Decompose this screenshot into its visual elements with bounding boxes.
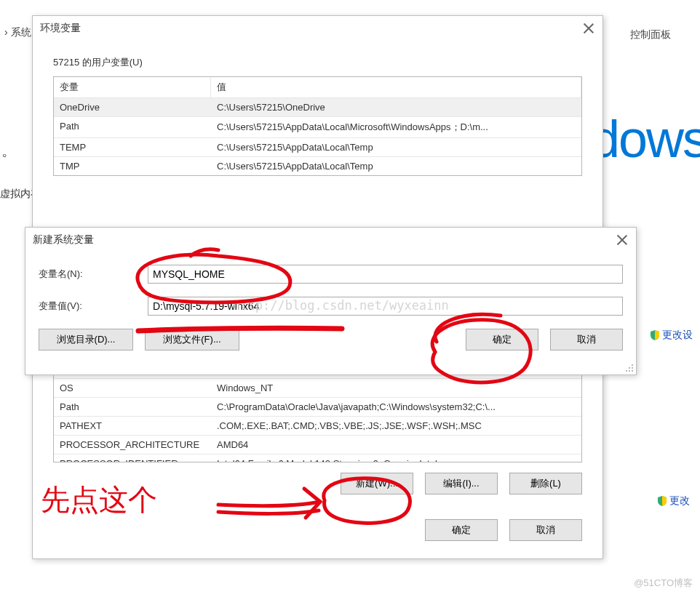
col-header-value[interactable]: 值 [211, 77, 581, 97]
col-header-name[interactable]: 变量 [54, 77, 211, 97]
table-row[interactable]: PATHEXT .COM;.EXE;.BAT;.CMD;.VBS;.VBE;.J… [54, 417, 581, 436]
cancel-button[interactable]: 取消 [509, 519, 582, 541]
browse-dir-button[interactable]: 浏览目录(D)... [39, 329, 133, 350]
var-name-label: 变量名(N): [39, 268, 148, 281]
table-header: 变量 值 [54, 77, 581, 98]
shield-icon [649, 329, 661, 341]
svg-rect-0 [632, 364, 633, 366]
change-settings-link-1[interactable]: 更改设 [649, 329, 693, 342]
svg-rect-3 [626, 370, 627, 372]
ok-button[interactable]: 确定 [466, 329, 538, 350]
table-row[interactable]: OS Windows_NT [54, 379, 581, 398]
new-system-var-dialog: 新建系统变量 变量名(N): 变量值(V): 浏览目录(D)... 浏览文件(F… [25, 227, 637, 375]
dialog-title-text: 环境变量 [40, 22, 81, 35]
svg-rect-1 [629, 367, 630, 369]
user-vars-table[interactable]: 变量 值 OneDrive C:\Users\57215\OneDrive Pa… [53, 76, 582, 176]
resize-grip-icon[interactable] [624, 363, 635, 373]
breadcrumb: › 系统 [4, 26, 31, 39]
user-vars-label: 57215 的用户变量(U) [33, 40, 602, 76]
table-row[interactable]: OneDrive C:\Users\57215\OneDrive [54, 98, 581, 117]
link-text: 更改设 [662, 329, 693, 342]
svg-rect-2 [632, 367, 633, 369]
table-row[interactable]: TMP C:\Users\57215\AppData\Local\Temp [54, 157, 581, 175]
table-row[interactable]: Path C:\ProgramData\Oracle\Java\javapath… [54, 398, 581, 417]
var-name-input[interactable] [148, 265, 623, 284]
edit-button[interactable]: 编辑(I)... [425, 473, 498, 494]
close-icon[interactable] [582, 22, 595, 35]
var-value-input[interactable] [148, 297, 623, 316]
bg-control-panel-text: 控制面板 [630, 28, 671, 41]
shield-icon [656, 495, 668, 507]
cancel-button[interactable]: 取消 [550, 329, 623, 350]
bg-dot: 。 [1, 141, 16, 161]
svg-rect-4 [629, 370, 630, 372]
change-settings-link-2[interactable]: 更改 [656, 494, 690, 508]
close-icon[interactable] [616, 233, 629, 247]
browse-file-button[interactable]: 浏览文件(F)... [145, 329, 239, 350]
new-button[interactable]: 新建(W)... [341, 473, 413, 494]
svg-rect-5 [632, 370, 633, 372]
delete-button[interactable]: 删除(L) [509, 473, 582, 494]
windows-logo-text-fragment: dows [591, 109, 700, 169]
dialog-title-text: 新建系统变量 [33, 233, 94, 247]
table-row[interactable]: PROCESSOR_IDENTIFIER Intel64 Family 6 Mo… [54, 454, 581, 462]
var-value-label: 变量值(V): [39, 300, 148, 313]
ok-button[interactable]: 确定 [425, 519, 498, 541]
link-text: 更改 [669, 494, 690, 508]
page-watermark: @51CTO博客 [634, 577, 693, 590]
table-row[interactable]: PROCESSOR_ARCHITECTURE AMD64 [54, 436, 581, 454]
table-row[interactable]: TEMP C:\Users\57215\AppData\Local\Temp [54, 138, 581, 157]
table-row[interactable]: Path C:\Users\57215\AppData\Local\Micros… [54, 117, 581, 138]
